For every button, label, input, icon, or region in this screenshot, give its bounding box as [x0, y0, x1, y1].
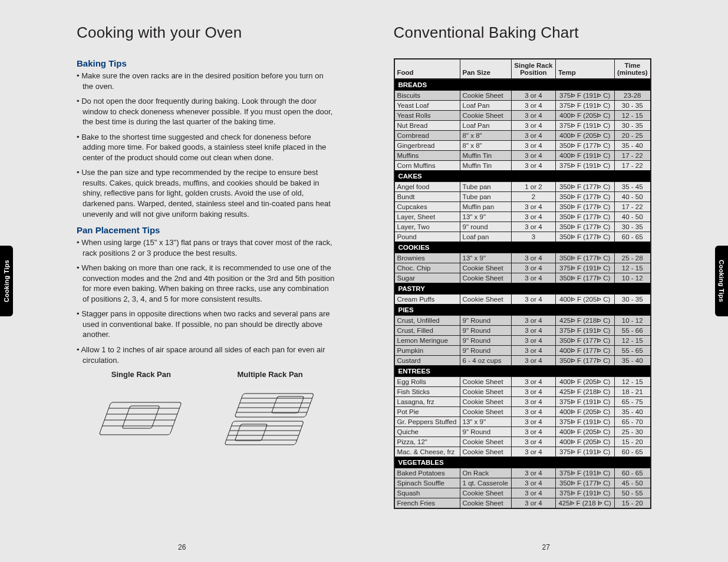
page-left: Cooking with your Oven Baking Tips Make … [0, 0, 364, 562]
table-row: Pot PieCookie Sheet3 or 4400Þ F (205Þ C)… [394, 407, 651, 417]
table-row: Yeast LoafLoaf Pan3 or 4375Þ F (191Þ C)3… [394, 101, 651, 111]
table-cell: 30 - 35 [614, 222, 651, 232]
table-cell: 60 - 65 [614, 447, 651, 457]
table-cell: Pizza, 12" [394, 437, 460, 447]
table-cell: 350Þ F (177Þ C) [555, 356, 614, 366]
table-row: Baked PotatoesOn Rack3 or 4375Þ F (191Þ … [394, 468, 651, 478]
table-section-row: PIES [394, 305, 651, 316]
tip-item: Use the pan size and type recommended by… [77, 167, 335, 219]
table-cell: Muffins [394, 151, 460, 161]
table-cell: 8" x 8" [460, 141, 511, 151]
table-cell: 13" x 9" [460, 212, 511, 222]
table-cell: French Fries [394, 498, 460, 509]
page-number-right: 27 [364, 543, 729, 551]
table-cell: Pound [394, 232, 460, 242]
table-cell: 400Þ F (205Þ C) [555, 437, 614, 447]
table-cell: 55 - 65 [614, 346, 651, 356]
table-cell: Cookie Sheet [460, 273, 511, 283]
table-cell: Cornbread [394, 131, 460, 141]
table-cell: Cookie Sheet [460, 387, 511, 397]
table-cell: 3 or 4 [511, 141, 555, 151]
table-row: Quiche9" Round3 or 4400Þ F (205Þ C)25 - … [394, 427, 651, 437]
table-cell: Loaf pan [460, 232, 511, 242]
table-row: Corn MuffinsMuffin Tin3 or 4375Þ F (191Þ… [394, 161, 651, 171]
table-cell: 3 or 4 [511, 387, 555, 397]
table-row: BiscuitsCookie Sheet3 or 4375Þ F (191Þ C… [394, 91, 651, 101]
table-cell: Cookie Sheet [460, 437, 511, 447]
table-cell: Layer, Two [394, 222, 460, 232]
table-cell: 3 or 4 [511, 295, 555, 305]
table-cell: 350Þ F (177Þ C) [555, 336, 614, 346]
table-cell: Choc. Chip [394, 263, 460, 273]
table-cell: 400Þ F (205Þ C) [555, 407, 614, 417]
table-row: Cream PuffsCookie Sheet3 or 4400Þ F (205… [394, 295, 651, 305]
table-cell: 15 - 20 [614, 437, 651, 447]
table-row: Pumpkin9" Round3 or 4400Þ F (177Þ C)55 -… [394, 346, 651, 356]
table-section-row: VEGETABLES [394, 457, 651, 468]
table-cell: Layer, Sheet [394, 212, 460, 222]
table-cell: 40 - 50 [614, 192, 651, 202]
svg-rect-5 [122, 406, 160, 428]
table-cell: 3 or 4 [511, 447, 555, 457]
table-cell: 425Þ F (218Þ C) [555, 387, 614, 397]
table-cell: 375Þ F (191Þ C) [555, 397, 614, 407]
table-section-row: COOKIES [394, 242, 651, 253]
table-cell: 3 or 4 [511, 202, 555, 212]
table-cell: 8" x 8" [460, 131, 511, 141]
table-cell: Cookie Sheet [460, 263, 511, 273]
baking-tips-list: Make sure the oven racks are in the desi… [77, 71, 335, 219]
table-cell: 425Þ F (218 Þ C) [555, 498, 614, 509]
table-row: Pizza, 12"Cookie Sheet3 or 4400Þ F (205Þ… [394, 437, 651, 447]
table-cell: 18 - 21 [614, 387, 651, 397]
table-cell: 350Þ F (177Þ C) [555, 182, 614, 192]
table-cell: 350Þ F (177Þ C) [555, 478, 614, 488]
table-row: Mac. & Cheese, frzCookie Sheet3 or 4375Þ… [394, 447, 651, 457]
table-cell: Egg Rolls [394, 377, 460, 387]
table-row: Layer, Sheet13" x 9"3 or 4350Þ F (177Þ C… [394, 212, 651, 222]
table-cell: 13" x 9" [460, 253, 511, 263]
table-section-row: ENTREES [394, 366, 651, 377]
table-cell: Crust, Filled [394, 326, 460, 336]
table-cell: 400Þ F (205Þ C) [555, 131, 614, 141]
table-row: Choc. ChipCookie Sheet3 or 4375Þ F (191Þ… [394, 263, 651, 273]
table-cell: 375Þ F (191Þ C) [555, 161, 614, 171]
table-row: Brownies13" x 9"3 or 4350Þ F (177Þ C)25 … [394, 253, 651, 263]
multi-rack-label: Multiple Rack Pan [206, 370, 335, 379]
table-cell: 3 or 4 [511, 161, 555, 171]
page-title-left: Cooking with your Oven [77, 24, 335, 42]
table-cell: 25 - 28 [614, 253, 651, 263]
table-cell: Tube pan [460, 182, 511, 192]
single-rack-label: Single Rack Pan [77, 370, 206, 379]
page-spread: Cooking with your Oven Baking Tips Make … [0, 0, 728, 562]
table-header: Temp [555, 59, 614, 79]
table-cell: Cookie Sheet [460, 397, 511, 407]
table-cell: On Rack [460, 468, 511, 478]
table-cell: 3 or 4 [511, 111, 555, 121]
tip-item: Bake to the shortest time suggested and … [77, 132, 335, 163]
oven-rack-stack-icon [223, 385, 317, 455]
table-row: Angel foodTube pan1 or 2350Þ F (177Þ C)3… [394, 182, 651, 192]
table-cell: Lemon Meringue [394, 336, 460, 346]
svg-rect-11 [272, 396, 304, 413]
table-cell: 3 or 4 [511, 417, 555, 427]
table-cell: 15 - 20 [614, 498, 651, 509]
table-cell: Custard [394, 356, 460, 366]
table-cell: 12 - 15 [614, 336, 651, 346]
table-row: SugarCookie Sheet3 or 4350Þ F (177Þ C)10… [394, 273, 651, 283]
table-cell: 350Þ F (177Þ C) [555, 202, 614, 212]
table-cell: Cookie Sheet [460, 447, 511, 457]
table-row: Custard6 - 4 oz cups3 or 4350Þ F (177Þ C… [394, 356, 651, 366]
table-cell: 9" Round [460, 326, 511, 336]
baking-chart-table: FoodPan SizeSingle RackPositionTempTime(… [394, 58, 652, 509]
table-cell: Cupcakes [394, 202, 460, 212]
table-cell: Spinach Souffle [394, 478, 460, 488]
table-cell: Quiche [394, 427, 460, 437]
table-cell: 400Þ F (177Þ C) [555, 346, 614, 356]
table-cell: 35 - 40 [614, 356, 651, 366]
table-cell: 3 or 4 [511, 121, 555, 131]
table-cell: Baked Potatoes [394, 468, 460, 478]
tip-item: When baking on more than one rack, it is… [77, 263, 335, 304]
table-cell: 25 - 30 [614, 427, 651, 437]
table-cell: 375Þ F (191Þ C) [555, 447, 614, 457]
table-row: Yeast RollsCookie Sheet3 or 4400Þ F (205… [394, 111, 651, 121]
